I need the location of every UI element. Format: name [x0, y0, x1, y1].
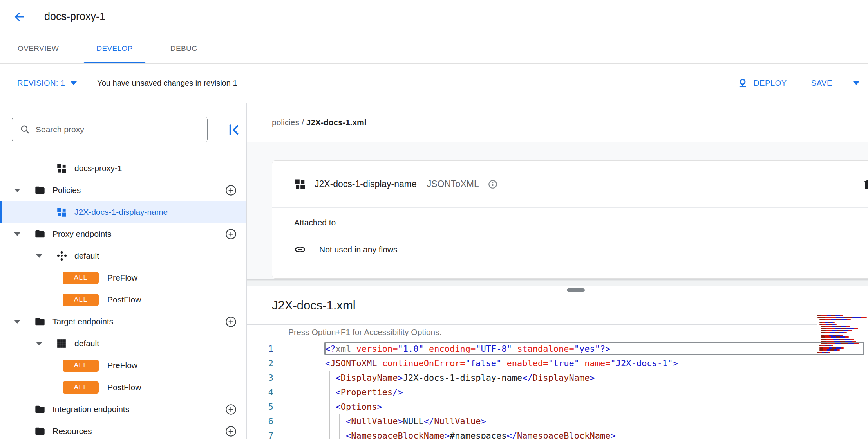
tree-row-proxy-root[interactable]: docs-proxy-1 — [0, 157, 246, 179]
tree-row-target-endpoint-default[interactable]: default — [0, 333, 246, 354]
search-row — [0, 117, 246, 142]
tree-row-policies[interactable]: Policies — [0, 179, 246, 201]
back-arrow-icon[interactable] — [13, 10, 26, 23]
minimap-line — [817, 315, 843, 316]
flow-condition-badge: ALL — [63, 381, 99, 394]
minimap-line — [821, 330, 852, 331]
breadcrumb-section[interactable]: policies — [272, 118, 299, 127]
chevron-down-icon — [853, 81, 859, 85]
proxy-tree: docs-proxy-1PoliciesJ2X-docs-1-display-n… — [0, 157, 246, 439]
policy-grid-blue-icon — [56, 207, 68, 218]
panel-splitter[interactable] — [247, 279, 868, 286]
tree-row-label: default — [74, 251, 99, 261]
search-box — [12, 117, 208, 142]
line-number: 1 — [247, 344, 273, 354]
deploy-button[interactable]: DEPLOY — [737, 78, 787, 89]
apigee-proxy-editor: docs-proxy-1 OVERVIEW DEVELOP DEBUG REVI… — [0, 0, 868, 439]
save-options-button[interactable] — [844, 81, 868, 85]
minimap-line — [821, 328, 858, 329]
add-target-endpoints-icon[interactable] — [225, 316, 237, 328]
folder-icon — [34, 426, 46, 437]
line-number: 4 — [247, 387, 273, 397]
tree-row-integration-endpoints[interactable]: Integration endpoints — [0, 398, 246, 420]
tab-overview[interactable]: OVERVIEW — [5, 33, 72, 64]
flow-condition-badge: ALL — [63, 294, 99, 306]
flow-condition-badge: ALL — [63, 272, 99, 284]
deploy-label: DEPLOY — [754, 79, 787, 88]
minimap-line — [821, 332, 847, 333]
endpoint-diamond-icon — [56, 250, 68, 261]
code-line-2[interactable]: 2<JSONToXML continueOnError="false" enab… — [247, 356, 868, 371]
editor-filename: J2X-docs-1.xml — [272, 299, 356, 313]
add-integration-endpoints-icon[interactable] — [225, 403, 237, 416]
add-proxy-endpoints-icon[interactable] — [225, 228, 237, 240]
attachment-status: Not used in any flows — [319, 245, 398, 254]
policy-card-body: Attached to Not used in any flows — [272, 208, 868, 255]
code-line-text: <DisplayName>J2X-docs-1-display-name</Di… — [325, 373, 595, 383]
minimap-line — [821, 339, 854, 340]
policy-name: J2X-docs-1-display-name — [315, 179, 417, 189]
tree-row-label: Resources — [52, 426, 92, 436]
minimap-line — [821, 326, 850, 327]
folder-icon — [34, 228, 46, 239]
deploy-icon — [737, 78, 748, 89]
page-header: docs-proxy-1 — [0, 0, 868, 33]
breadcrumb: policies / J2X-docs-1.xml — [247, 103, 868, 142]
tree-row-target-preflow[interactable]: ALLPreFlow — [0, 354, 246, 376]
delete-policy-icon[interactable] — [862, 179, 868, 192]
add-policies-icon[interactable] — [225, 184, 237, 196]
tree-row-proxy-postflow[interactable]: ALLPostFlow — [0, 289, 246, 311]
line-number: 2 — [247, 358, 273, 368]
code-line-text: <Options> — [325, 402, 382, 412]
info-icon[interactable] — [488, 179, 498, 189]
add-resources-icon[interactable] — [225, 425, 237, 437]
proxy-grid-icon — [56, 163, 68, 174]
save-label: SAVE — [811, 79, 832, 88]
tree-row-proxy-preflow[interactable]: ALLPreFlow — [0, 267, 246, 289]
code-line-text: <JSONToXML continueOnError="false" enabl… — [325, 358, 678, 368]
line-number: 7 — [247, 431, 273, 439]
expand-caret-icon[interactable] — [14, 189, 34, 192]
search-icon — [20, 124, 30, 135]
minimap-line — [817, 317, 867, 318]
unsaved-changes-message: You have unsaved changes in revision 1 — [97, 79, 237, 88]
code-line-3[interactable]: 3 <DisplayName>J2X-docs-1-display-name</… — [247, 371, 868, 385]
policy-type: JSONToXML — [427, 179, 479, 189]
tree-row-label: Integration endpoints — [52, 405, 129, 414]
minimap-line — [819, 322, 835, 323]
tree-row-label: PostFlow — [107, 295, 141, 304]
collapse-panel-icon[interactable] — [226, 122, 242, 138]
tree-row-proxy-endpoint-default[interactable]: default — [0, 245, 246, 267]
expand-caret-icon[interactable] — [36, 342, 56, 345]
code-line-4[interactable]: 4 <Properties/> — [247, 385, 868, 399]
policy-card-header: J2X-docs-1-display-name JSONToXML — [272, 161, 868, 208]
tree-row-proxy-endpoints[interactable]: Proxy endpoints — [0, 223, 246, 245]
target-grid-icon — [56, 338, 68, 349]
tree-row-policy-j2x[interactable]: J2X-docs-1-display-name — [0, 201, 246, 223]
search-input[interactable] — [36, 125, 207, 134]
tree-row-resources[interactable]: Resources — [0, 420, 246, 439]
code-editor[interactable]: 1<?xml version="1.0" encoding="UTF-8" st… — [247, 342, 868, 439]
attached-to-label: Attached to — [294, 218, 868, 227]
expand-caret-icon[interactable] — [14, 232, 34, 236]
line-number: 5 — [247, 402, 273, 412]
save-button[interactable]: SAVE — [811, 79, 832, 88]
tab-develop[interactable]: DEVELOP — [83, 33, 146, 64]
code-line-6[interactable]: 6 <NullValue>NULL</NullValue> — [247, 414, 868, 428]
expand-caret-icon[interactable] — [14, 320, 34, 324]
code-line-7[interactable]: 7 <NamespaceBlockName>#namespaces</Names… — [247, 428, 868, 439]
drag-handle[interactable] — [567, 288, 585, 292]
policy-icon — [294, 178, 306, 190]
code-line-text: <NamespaceBlockName>#namespaces</Namespa… — [325, 431, 616, 439]
minimap-line — [821, 336, 849, 338]
code-line-1[interactable]: 1<?xml version="1.0" encoding="UTF-8" st… — [247, 342, 868, 356]
revision-label: REVISION: 1 — [17, 79, 65, 88]
revision-selector[interactable]: REVISION: 1 — [17, 79, 77, 88]
code-line-5[interactable]: 5 <Options> — [247, 399, 868, 414]
tree-row-target-postflow[interactable]: ALLPostFlow — [0, 376, 246, 398]
expand-caret-icon[interactable] — [36, 254, 56, 258]
code-editor-panel: J2X-docs-1.xml Press Option+F1 for Acces… — [247, 286, 868, 439]
code-line-text: <Properties/> — [325, 387, 403, 397]
tab-debug[interactable]: DEBUG — [157, 33, 211, 64]
tree-row-target-endpoints[interactable]: Target endpoints — [0, 311, 246, 333]
